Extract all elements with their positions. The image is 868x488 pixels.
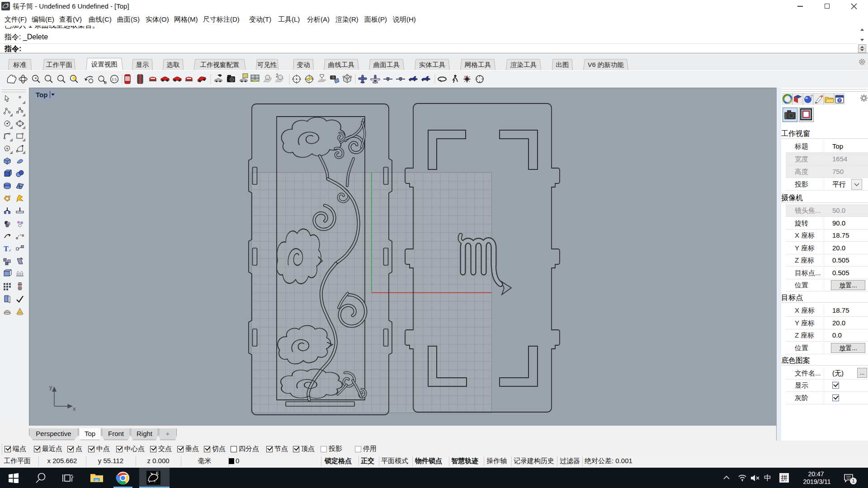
svg-text:?: ?	[839, 98, 841, 103]
svg-text:x: x	[73, 405, 76, 412]
svg-text:1:1: 1:1	[112, 77, 117, 81]
svg-text:T: T	[4, 245, 9, 253]
svg-text:y: y	[49, 384, 52, 390]
svg-text:6: 6	[156, 471, 159, 476]
svg-text:6: 6	[7, 3, 9, 6]
svg-text:2: 2	[276, 73, 278, 78]
